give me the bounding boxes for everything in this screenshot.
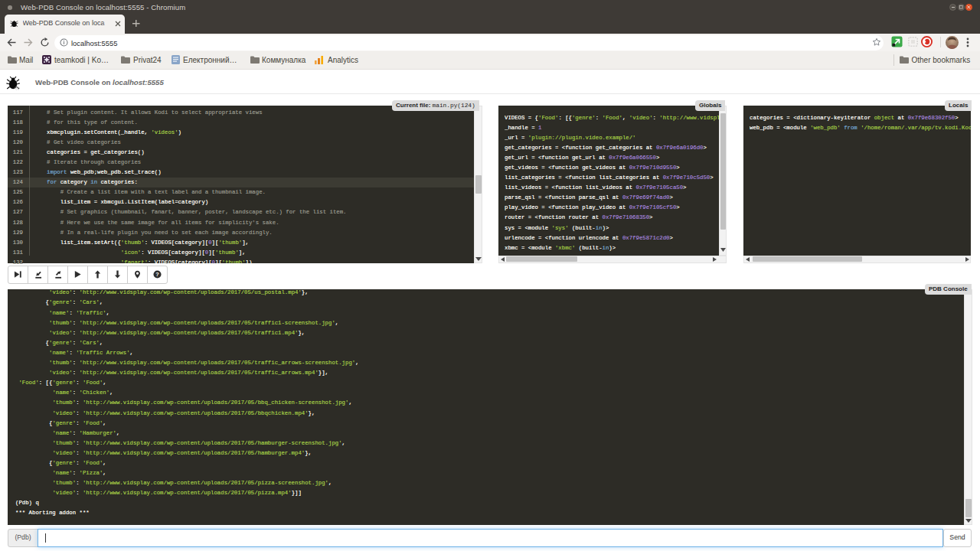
- svg-text:?: ?: [155, 271, 159, 278]
